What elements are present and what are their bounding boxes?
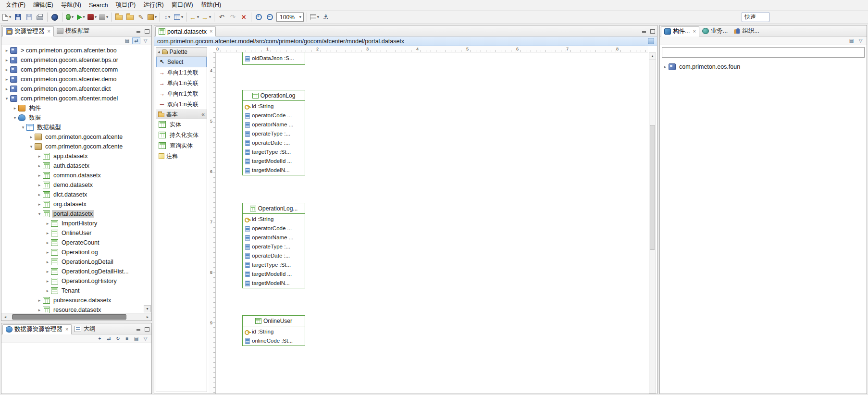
palette-tool[interactable]: →单向n:1关联 (156, 88, 207, 99)
terminate-button[interactable]: × (238, 12, 249, 23)
tree-item[interactable]: ▸com.primeton.gocom.afcente (1, 132, 151, 142)
menu-item[interactable]: 帮助(H) (197, 0, 225, 10)
entity-field[interactable]: operatorCode ... (243, 111, 305, 120)
scroll-right-icon[interactable]: ▸ (144, 313, 151, 321)
entity-field[interactable]: onlineCode :St... (243, 336, 305, 345)
tree-item[interactable]: ▸com.primeton.gocom.afcenter.bps.or (1, 55, 151, 65)
tree-item[interactable]: ▾数据 (1, 113, 151, 123)
menu-item[interactable]: 文件(F) (2, 0, 29, 10)
navigate-anchor-button[interactable]: ⚓ (321, 12, 331, 23)
tree-item[interactable]: ▸resource.datasetx (1, 305, 151, 313)
collapse-arrow-icon[interactable]: ▾ (36, 211, 43, 216)
tree-item[interactable]: ▾com.primeton.gocom.afcente (1, 142, 151, 151)
entity-field[interactable]: operateType :... (243, 242, 305, 251)
expand-arrow-icon[interactable]: ▸ (44, 259, 51, 264)
save-button[interactable] (12, 12, 23, 23)
coverage-button[interactable]: ▾ (87, 12, 98, 23)
entity-field[interactable]: targetModelN... (243, 278, 305, 287)
expand-arrow-icon[interactable]: ▸ (662, 64, 669, 69)
tree-item[interactable]: ▸com.primeton.gocom.afcenter.comm (1, 65, 151, 74)
expand-arrow-icon[interactable]: ▸ (36, 202, 43, 207)
tree-item[interactable]: ▸demo.datasetx (1, 180, 151, 190)
expand-arrow-icon[interactable]: ▸ (44, 269, 51, 274)
tree-item[interactable]: ▸OperationLogHistory (1, 276, 151, 286)
expand-arrow-icon[interactable]: ▸ (28, 135, 35, 139)
tree-item[interactable]: ▸> com.primeton.gocom.afcenter.boo (1, 46, 151, 55)
palette-tool[interactable]: ↖Select (156, 57, 207, 67)
scrollbar-thumb[interactable] (650, 125, 655, 250)
entity-field[interactable]: operatorCode ... (243, 223, 305, 233)
open-resource-button[interactable] (124, 12, 135, 23)
entity-field[interactable]: operateDate :... (243, 251, 305, 260)
zoom-in-button[interactable] (253, 12, 264, 23)
view-menu-icon[interactable]: ▽ (141, 37, 149, 44)
menu-item[interactable]: 导航(N) (57, 0, 85, 10)
refresh-icon[interactable]: ↻ (114, 335, 122, 342)
tree-item[interactable]: ▸OperationLogDetail (1, 257, 151, 267)
tree-item[interactable]: ▾com.primeton.gocom.afcenter.model (1, 94, 151, 103)
sort-button[interactable]: ↕▾ (162, 12, 173, 23)
menu-item[interactable]: 运行(R) (139, 0, 167, 10)
tab-organization[interactable]: 组织... (731, 26, 762, 36)
collapse-palette-icon[interactable]: ◂ (158, 49, 160, 54)
collapse-all-icon[interactable]: ▤ (847, 37, 856, 44)
palette-tool[interactable]: 注释 (156, 151, 207, 161)
entity-field[interactable]: targetType :St... (243, 147, 305, 156)
run-button[interactable]: ▾ (75, 12, 86, 23)
tree-item[interactable]: ▾portal.datasetx (1, 209, 151, 219)
expand-arrow-icon[interactable]: ▸ (44, 279, 51, 284)
package-button[interactable]: ▾ (147, 12, 158, 23)
entity-field[interactable]: newDataJson :S... (243, 62, 305, 65)
save-all-button[interactable] (24, 12, 34, 23)
close-icon[interactable]: × (48, 29, 50, 34)
diagram-layout-button[interactable]: ▾ (309, 12, 320, 23)
tree-item[interactable]: ▸构件 (1, 103, 151, 113)
redo-button[interactable]: ↷ (227, 12, 238, 23)
collapse-arrow-icon[interactable]: ▾ (3, 96, 10, 101)
maximize-icon[interactable] (144, 326, 150, 332)
collapse-arrow-icon[interactable]: ▾ (20, 125, 26, 130)
tree-item[interactable]: ▸common.datasetx (1, 171, 151, 180)
entity-operationlog[interactable]: OperationLog...id :StringoperatorCode ..… (242, 203, 305, 288)
editor-vertical-scrollbar[interactable]: ▴ (649, 52, 656, 394)
forward-button[interactable]: →▾ (200, 12, 212, 23)
entity-partial[interactable]: oldDataJson :S...newDataJson :S... (242, 52, 305, 65)
collapse-arrow-icon[interactable]: ▾ (12, 115, 18, 120)
tree-item[interactable]: ▸pubresource.datasetx (1, 296, 151, 305)
print-button[interactable] (35, 12, 45, 23)
table-view-button[interactable]: ▾ (173, 12, 184, 23)
scroll-left-icon[interactable]: ◂ (1, 313, 9, 321)
tab-portal-datasetx[interactable]: portal.datasetx × (155, 26, 216, 37)
scroll-down-icon[interactable]: ▾ (144, 305, 151, 312)
scroll-up-icon[interactable]: ▴ (649, 53, 656, 60)
tree-item[interactable]: ▸com.primeton.gocom.afcenter.demo (1, 74, 151, 84)
palette-tool[interactable]: 查询实体 (156, 140, 207, 151)
link-with-editor-icon[interactable]: ⇄ (132, 37, 140, 44)
palette-header[interactable]: ◂ Palette (156, 48, 207, 57)
expand-arrow-icon[interactable]: ▸ (3, 67, 10, 72)
collapse-all-icon[interactable]: ▤ (132, 335, 140, 342)
tree-item[interactable]: ▸app.datasetx (1, 151, 151, 161)
expand-arrow-icon[interactable]: ▸ (44, 231, 51, 235)
tree-item[interactable]: ▸com.primeton.gocom.afcenter.dict (1, 84, 151, 94)
menu-item[interactable]: 窗口(W) (168, 0, 197, 10)
expand-arrow-icon[interactable]: ▸ (36, 298, 43, 303)
tab-business[interactable]: 业务... (699, 26, 731, 36)
expand-arrow-icon[interactable]: ▸ (36, 173, 43, 178)
maximize-icon[interactable] (144, 28, 150, 34)
tab-outline[interactable]: 大纲 (72, 324, 98, 334)
close-icon[interactable]: × (210, 29, 212, 34)
diagram-canvas[interactable]: oldDataJson :S...newDataJson :S...Operat… (216, 52, 648, 394)
minimize-icon[interactable] (136, 326, 142, 332)
menu-item[interactable]: 项目(P) (112, 0, 140, 10)
palette-tool[interactable]: 持久化实体 (156, 130, 207, 140)
view-menu-icon[interactable]: ▽ (141, 335, 149, 342)
entity-onlineuser[interactable]: OnlineUserid :StringonlineCode :St... (242, 315, 305, 346)
view-menu-icon[interactable]: ▽ (856, 37, 865, 44)
new-button[interactable]: ▾ (1, 12, 12, 23)
entity-field[interactable]: operatorName ... (243, 233, 305, 242)
expand-arrow-icon[interactable]: ▸ (36, 163, 43, 168)
tree-item[interactable]: ▸Tenant (1, 286, 151, 296)
entity-field[interactable]: operatorName ... (243, 120, 305, 129)
entity-field[interactable]: targetModelId ... (243, 156, 305, 165)
